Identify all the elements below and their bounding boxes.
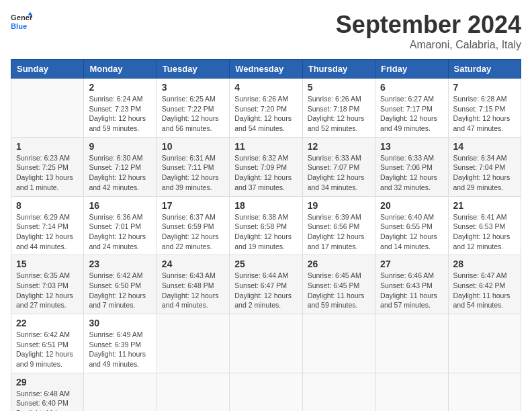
calendar-cell	[302, 314, 375, 373]
day-number: 30	[89, 318, 151, 328]
day-number: 26	[308, 259, 370, 269]
day-info: Sunrise: 6:46 AMSunset: 6:43 PMDaylight:…	[380, 271, 443, 310]
calendar-cell: 3Sunrise: 6:25 AMSunset: 7:22 PMDaylight…	[157, 79, 229, 138]
calendar-cell: 1Sunrise: 6:23 AMSunset: 7:25 PMDaylight…	[11, 137, 84, 196]
header-day: Saturday	[448, 60, 521, 79]
day-info: Sunrise: 6:44 AMSunset: 6:47 PMDaylight:…	[234, 271, 297, 310]
day-number: 6	[380, 82, 443, 93]
day-info: Sunrise: 6:36 AMSunset: 7:01 PMDaylight:…	[89, 212, 151, 252]
calendar-cell	[157, 373, 229, 411]
calendar-cell: 9Sunrise: 6:30 AMSunset: 7:12 PMDaylight…	[84, 137, 157, 196]
header-day: Monday	[84, 60, 157, 79]
day-number: 5	[308, 82, 370, 93]
day-info: Sunrise: 6:35 AMSunset: 7:03 PMDaylight:…	[16, 271, 79, 310]
day-info: Sunrise: 6:31 AMSunset: 7:11 PMDaylight:…	[162, 153, 224, 193]
header-day: Thursday	[302, 60, 375, 79]
day-info: Sunrise: 6:41 AMSunset: 6:53 PMDaylight:…	[453, 212, 516, 252]
calendar-cell: 25Sunrise: 6:44 AMSunset: 6:47 PMDayligh…	[230, 255, 302, 314]
day-number: 22	[16, 318, 79, 328]
day-info: Sunrise: 6:48 AMSunset: 6:40 PMDaylight:…	[16, 389, 79, 411]
day-number: 16	[89, 200, 151, 211]
header-day: Tuesday	[157, 60, 229, 79]
calendar-cell: 13Sunrise: 6:33 AMSunset: 7:06 PMDayligh…	[375, 137, 448, 196]
day-info: Sunrise: 6:29 AMSunset: 7:14 PMDaylight:…	[16, 212, 79, 252]
day-number: 18	[234, 200, 297, 211]
month-title: September 2024	[336, 11, 521, 39]
day-info: Sunrise: 6:42 AMSunset: 6:50 PMDaylight:…	[89, 271, 151, 310]
calendar-cell: 29Sunrise: 6:48 AMSunset: 6:40 PMDayligh…	[11, 373, 84, 411]
day-number: 12	[308, 141, 370, 152]
header-day: Sunday	[11, 60, 84, 79]
day-info: Sunrise: 6:34 AMSunset: 7:04 PMDaylight:…	[453, 153, 516, 193]
day-info: Sunrise: 6:47 AMSunset: 6:42 PMDaylight:…	[453, 271, 516, 310]
calendar-cell	[302, 373, 375, 411]
calendar-week-row: 15Sunrise: 6:35 AMSunset: 7:03 PMDayligh…	[11, 255, 521, 314]
calendar-cell	[448, 314, 521, 373]
calendar-cell: 7Sunrise: 6:28 AMSunset: 7:15 PMDaylight…	[448, 79, 521, 138]
day-number: 7	[453, 82, 516, 93]
day-number: 21	[453, 200, 516, 211]
day-number: 3	[162, 82, 224, 93]
calendar-cell: 21Sunrise: 6:41 AMSunset: 6:53 PMDayligh…	[448, 196, 521, 255]
calendar-cell: 30Sunrise: 6:49 AMSunset: 6:39 PMDayligh…	[84, 314, 157, 373]
day-number: 19	[308, 200, 370, 211]
calendar-cell: 5Sunrise: 6:26 AMSunset: 7:18 PMDaylight…	[302, 79, 375, 138]
day-info: Sunrise: 6:45 AMSunset: 6:45 PMDaylight:…	[308, 271, 370, 310]
calendar-week-row: 1Sunrise: 6:23 AMSunset: 7:25 PMDaylight…	[11, 137, 521, 196]
day-info: Sunrise: 6:32 AMSunset: 7:09 PMDaylight:…	[234, 153, 297, 193]
calendar-cell	[230, 373, 302, 411]
day-number: 24	[162, 259, 224, 269]
logo-icon: General Blue	[11, 11, 32, 32]
day-info: Sunrise: 6:42 AMSunset: 6:51 PMDaylight:…	[16, 330, 79, 369]
day-info: Sunrise: 6:40 AMSunset: 6:55 PMDaylight:…	[380, 212, 443, 252]
day-number: 29	[16, 377, 79, 387]
day-number: 1	[16, 141, 79, 152]
calendar-cell: 28Sunrise: 6:47 AMSunset: 6:42 PMDayligh…	[448, 255, 521, 314]
day-number: 15	[16, 259, 79, 269]
calendar-cell: 20Sunrise: 6:40 AMSunset: 6:55 PMDayligh…	[375, 196, 448, 255]
day-info: Sunrise: 6:33 AMSunset: 7:06 PMDaylight:…	[380, 153, 443, 193]
calendar-cell	[84, 373, 157, 411]
calendar-cell: 11Sunrise: 6:32 AMSunset: 7:09 PMDayligh…	[230, 137, 302, 196]
day-number: 20	[380, 200, 443, 211]
calendar-week-row: 22Sunrise: 6:42 AMSunset: 6:51 PMDayligh…	[11, 314, 521, 373]
day-info: Sunrise: 6:37 AMSunset: 6:59 PMDaylight:…	[162, 212, 224, 252]
day-info: Sunrise: 6:26 AMSunset: 7:20 PMDaylight:…	[234, 94, 297, 134]
calendar-cell: 15Sunrise: 6:35 AMSunset: 7:03 PMDayligh…	[11, 255, 84, 314]
calendar-cell	[11, 79, 84, 138]
day-info: Sunrise: 6:43 AMSunset: 6:48 PMDaylight:…	[162, 271, 224, 310]
day-info: Sunrise: 6:28 AMSunset: 7:15 PMDaylight:…	[453, 94, 516, 134]
calendar-cell	[375, 314, 448, 373]
calendar-week-row: 8Sunrise: 6:29 AMSunset: 7:14 PMDaylight…	[11, 196, 521, 255]
calendar-cell	[375, 373, 448, 411]
header-day: Friday	[375, 60, 448, 79]
calendar-cell: 23Sunrise: 6:42 AMSunset: 6:50 PMDayligh…	[84, 255, 157, 314]
calendar-cell: 22Sunrise: 6:42 AMSunset: 6:51 PMDayligh…	[11, 314, 84, 373]
svg-text:Blue: Blue	[11, 22, 27, 30]
page-header: General Blue September 2024 Amaroni, Cal…	[11, 11, 521, 51]
day-number: 13	[380, 141, 443, 152]
day-number: 2	[89, 82, 151, 93]
day-info: Sunrise: 6:33 AMSunset: 7:07 PMDaylight:…	[308, 153, 370, 193]
day-info: Sunrise: 6:30 AMSunset: 7:12 PMDaylight:…	[89, 153, 151, 193]
calendar-cell: 24Sunrise: 6:43 AMSunset: 6:48 PMDayligh…	[157, 255, 229, 314]
calendar-week-row: 29Sunrise: 6:48 AMSunset: 6:40 PMDayligh…	[11, 373, 521, 411]
day-info: Sunrise: 6:38 AMSunset: 6:58 PMDaylight:…	[234, 212, 297, 252]
calendar-cell	[230, 314, 302, 373]
day-number: 14	[453, 141, 516, 152]
day-info: Sunrise: 6:27 AMSunset: 7:17 PMDaylight:…	[380, 94, 443, 134]
calendar-cell: 16Sunrise: 6:36 AMSunset: 7:01 PMDayligh…	[84, 196, 157, 255]
calendar-cell: 26Sunrise: 6:45 AMSunset: 6:45 PMDayligh…	[302, 255, 375, 314]
day-number: 25	[234, 259, 297, 269]
calendar-week-row: 2Sunrise: 6:24 AMSunset: 7:23 PMDaylight…	[11, 79, 521, 138]
calendar-cell: 10Sunrise: 6:31 AMSunset: 7:11 PMDayligh…	[157, 137, 229, 196]
calendar-cell: 19Sunrise: 6:39 AMSunset: 6:56 PMDayligh…	[302, 196, 375, 255]
day-number: 11	[234, 141, 297, 152]
header-row: SundayMondayTuesdayWednesdayThursdayFrid…	[11, 60, 521, 79]
calendar-cell: 4Sunrise: 6:26 AMSunset: 7:20 PMDaylight…	[230, 79, 302, 138]
calendar-cell: 2Sunrise: 6:24 AMSunset: 7:23 PMDaylight…	[84, 79, 157, 138]
day-info: Sunrise: 6:24 AMSunset: 7:23 PMDaylight:…	[89, 94, 151, 134]
day-number: 17	[162, 200, 224, 211]
day-info: Sunrise: 6:39 AMSunset: 6:56 PMDaylight:…	[308, 212, 370, 252]
day-info: Sunrise: 6:25 AMSunset: 7:22 PMDaylight:…	[162, 94, 224, 134]
